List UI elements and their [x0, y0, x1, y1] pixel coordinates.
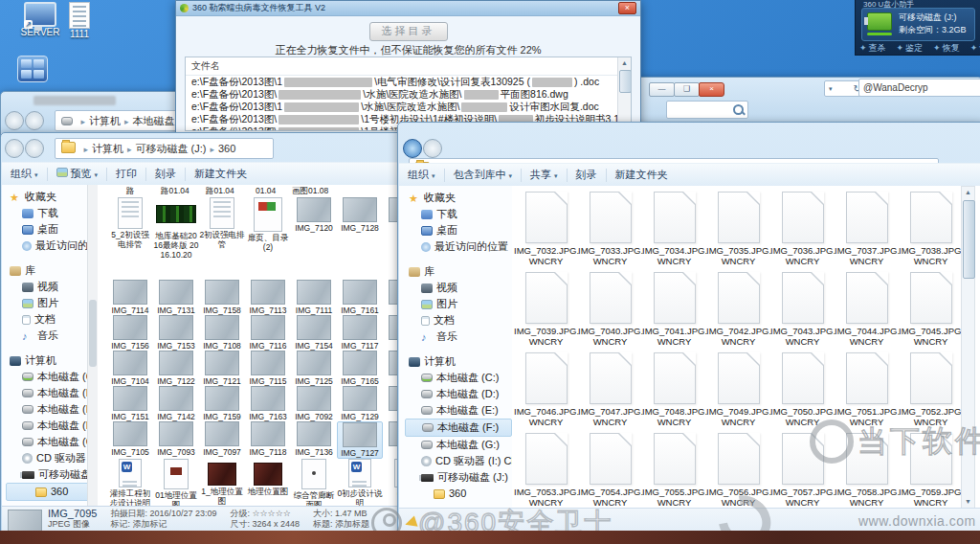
file-item[interactable]: IMG_7127 [337, 421, 383, 459]
file-item[interactable]: IMG_7055.JPG.WNCRY [642, 433, 706, 508]
sidebar-item-本地磁盘 (F:)[interactable]: 本地磁盘 (F:) [405, 419, 512, 437]
sidebar-item-最近访问的位置[interactable]: 最近访问的位置 [6, 238, 98, 254]
sidebar-item-CD 驱动器 (I:) C[interactable]: CD 驱动器 (I:) C [6, 450, 98, 466]
toolbar-组织[interactable]: 组织▾ [2, 167, 47, 181]
file-item[interactable]: 1_地理位置图 [199, 459, 245, 507]
file-item[interactable]: IMG_7105 [107, 421, 153, 459]
file-item[interactable]: IMG_7158 [199, 280, 245, 315]
back-button[interactable] [5, 111, 24, 130]
sidebar-item-库[interactable]: 库 [6, 262, 98, 279]
sidebar-item-CD 驱动器 (I:) Chin[interactable]: CD 驱动器 (I:) Chin [405, 453, 512, 469]
forward-button[interactable] [423, 139, 442, 158]
file-item[interactable]: IMG_7051.JPG.WNCRY [835, 352, 899, 427]
file-item[interactable]: IMG_7040.JPG.WNCRY [578, 272, 642, 347]
breadcrumb-360[interactable]: 360 [218, 143, 235, 154]
file-item[interactable]: IMG_7045.JPG.WNCRY [899, 272, 962, 347]
sidebar-item-图片[interactable]: 图片 [6, 295, 98, 311]
recovery-titlebar[interactable]: 360 勒索蠕虫病毒文件恢复工具 V2 × [176, 1, 640, 16]
search-input[interactable]: @WanaDecryp [858, 79, 980, 97]
toolbar-包含到库中[interactable]: 包含到库中▾ [445, 168, 522, 182]
sidebar-item-最近访问的位置[interactable]: 最近访问的位置 [405, 238, 512, 255]
usb-action-鉴定[interactable]: ✦鉴定 [897, 42, 924, 55]
usb-action-查杀[interactable]: ✦查杀 [859, 42, 886, 55]
sidebar-item-计算机[interactable]: 计算机 [6, 352, 98, 369]
file-item[interactable]: 综合管廊断面图 [291, 459, 337, 507]
sidebar-item-本地磁盘 (D:)[interactable]: 本地磁盘 (D:) [6, 385, 98, 401]
file-item[interactable]: IMG_7114 [107, 280, 153, 315]
file-item[interactable]: 2初设强电排管 [199, 197, 245, 260]
sidebar-item-桌面[interactable]: 桌面 [6, 221, 98, 238]
desktop-icon-media-player[interactable] [17, 56, 71, 82]
sidebar-item-本地磁盘 (G:)[interactable]: 本地磁盘 (G:) [6, 434, 98, 450]
file-item[interactable]: IMG_7111 [291, 280, 337, 315]
file-item[interactable]: IMG_7118 [245, 421, 291, 459]
file-item[interactable]: IMG_7121 [199, 351, 245, 386]
sidebar-item-视频[interactable]: 视频 [405, 280, 512, 296]
sidebar-item-本地磁盘 (E:)[interactable]: 本地磁盘 (E:) [6, 401, 98, 418]
file-item[interactable]: IMG_7163 [245, 386, 291, 421]
file-item[interactable]: IMG_7115 [245, 351, 291, 386]
sidebar-item-收藏夹[interactable]: ★收藏夹 [405, 190, 512, 206]
sidebar-item-360[interactable]: 360 [6, 483, 98, 501]
file-item[interactable]: IMG_7058.JPG.WNCRY [835, 433, 899, 508]
file-item[interactable]: IMG_7037.JPG.WNCRY [835, 192, 899, 266]
file-item[interactable]: IMG_7154 [291, 315, 337, 351]
sidebar-item-音乐[interactable]: ♪音乐 [405, 329, 512, 345]
file-item[interactable]: 01地理位置图 [153, 459, 199, 507]
sidebar-item-文档[interactable]: 文档 [6, 311, 98, 328]
file-item[interactable]: IMG_7097 [199, 421, 245, 459]
sidebar-item-桌面[interactable]: 桌面 [405, 222, 512, 238]
sidebar-item-本地磁盘 (E:)[interactable]: 本地磁盘 (E:) [405, 402, 512, 419]
file-item[interactable]: IMG_7113 [245, 280, 291, 315]
file-item[interactable]: IMG_7136 [291, 421, 337, 459]
sidebar-item-本地磁盘 (C:)[interactable]: 本地磁盘 (C:) [6, 369, 98, 385]
file-item[interactable]: IMG_7035.JPG.WNCRY [706, 192, 770, 266]
file-item[interactable]: 扉页、目录 (2) [245, 197, 291, 260]
sidebar-item-下载[interactable]: 下载 [405, 206, 512, 222]
file-item[interactable]: IMG_7108 [199, 315, 245, 351]
file-item[interactable]: IMG_7159 [199, 386, 245, 421]
scroll-up-icon[interactable]: ▲ [962, 187, 974, 198]
sidebar-item-可移动磁盘 (J:)[interactable]: 可移动磁盘 (J:) [405, 469, 512, 486]
file-item[interactable]: IMG_7056.JPG.WNCRY [706, 433, 770, 508]
sidebar-item-可移动磁盘 (J:)[interactable]: 可移动磁盘 (J:) [6, 466, 98, 483]
close-button[interactable]: × [618, 2, 636, 14]
toolbar-预览[interactable]: 预览▾ [48, 167, 107, 181]
file-item[interactable]: IMG_7153 [153, 315, 199, 351]
title-field[interactable]: 标题: 添加标题 [313, 519, 369, 530]
breadcrumb-removable-disk[interactable]: 可移动磁盘 (J:) [136, 143, 207, 154]
forward-button[interactable] [25, 111, 44, 130]
usb-action-设置[interactable]: ✦设置 [970, 42, 980, 55]
file-item[interactable]: 地理位置图 [245, 459, 291, 507]
file-item[interactable]: IMG_7039.JPG.WNCRY [514, 272, 578, 347]
file-item[interactable]: IMG_7038.JPG.WNCRY [899, 192, 962, 266]
file-item[interactable]: IMG_7120 [291, 197, 337, 260]
scroll-thumb[interactable] [89, 300, 97, 367]
sidebar-item-360[interactable]: 360 [405, 486, 512, 502]
sidebar-item-音乐[interactable]: ♪音乐 [6, 328, 98, 344]
sidebar-item-计算机[interactable]: 计算机 [405, 353, 512, 370]
file-item[interactable]: IMG_7053.JPG.WNCRY [514, 433, 578, 508]
scrollbar[interactable]: ▲ ▼ [961, 186, 975, 509]
breadcrumb-computer[interactable]: 计算机 [89, 115, 121, 126]
file-item[interactable]: IMG_7052.JPG.WNCRY [899, 352, 962, 427]
file-item[interactable]: IMG_7050.JPG.WNCRY [770, 352, 835, 427]
file-item[interactable]: IMG_7042.JPG.WNCRY [706, 272, 770, 347]
file-item[interactable]: IMG_7032.JPG.WNCRY [514, 192, 578, 266]
file-item[interactable]: 5_2初设强电排管 [107, 197, 153, 260]
file-item[interactable]: IMG_7036.JPG.WNCRY [770, 192, 835, 266]
file-item[interactable]: IMG_7165 [337, 351, 383, 386]
file-item[interactable]: IMG_7142 [153, 386, 199, 421]
sidebar-scrollbar[interactable] [87, 185, 98, 507]
file-item[interactable]: IMG_7117 [337, 315, 383, 351]
desktop-icon-1111[interactable]: 1111 [57, 2, 101, 39]
back-button[interactable] [5, 139, 24, 158]
forward-button[interactable] [25, 139, 44, 158]
file-item[interactable]: IMG_7033.JPG.WNCRY [578, 192, 642, 266]
sidebar-item-本地磁盘 (G:)[interactable]: 本地磁盘 (G:) [405, 437, 512, 453]
recovered-file-list[interactable]: 文件名 e:\F盘备份\2013图\1\电气审图修改\设计回复表130925 (… [185, 57, 632, 131]
back-button[interactable] [403, 139, 422, 158]
toolbar-刻录[interactable]: 刻录 [146, 167, 185, 181]
sidebar-item-本地磁盘 (F:)[interactable]: 本地磁盘 (F:) [6, 418, 98, 434]
file-item[interactable]: IMG_7122 [153, 351, 199, 386]
